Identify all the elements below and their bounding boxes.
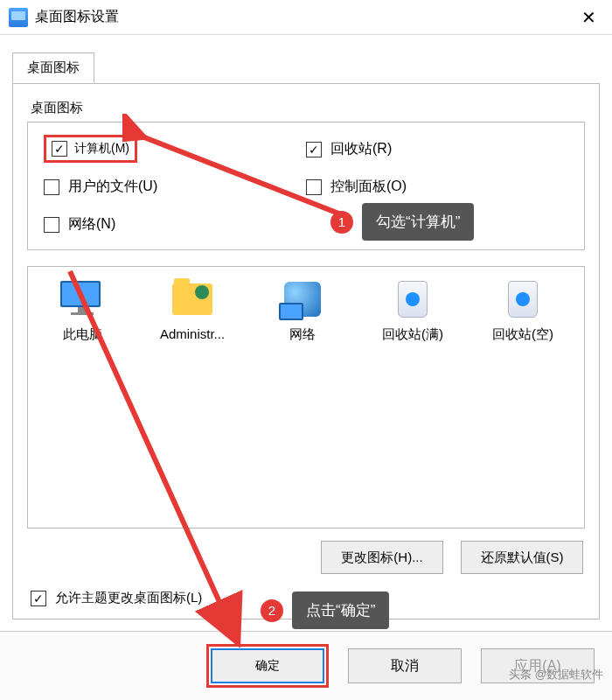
icon-item-bin-empty[interactable]: 回收站(空) — [477, 279, 568, 343]
checkbox-network-label: 网络(N) — [68, 215, 115, 234]
titlebar: 桌面图标设置 ✕ — [0, 0, 612, 35]
icon-item-network[interactable]: 网络 — [257, 279, 348, 343]
change-icon-button[interactable]: 更改图标(H)... — [321, 541, 443, 574]
user-folder-icon — [169, 279, 216, 319]
checkbox-userfiles[interactable] — [44, 179, 59, 195]
highlight-ok: 确定 — [206, 644, 329, 688]
callout-1-text: 勾选“计算机” — [362, 203, 474, 241]
icon-label: 网络 — [257, 326, 348, 343]
checkbox-network[interactable] — [44, 217, 59, 233]
tab-panel: 桌面图标 计算机(M) 回收站(R) 用户的文件(U) — [12, 83, 600, 620]
restore-defaults-button[interactable]: 还原默认值(S) — [461, 541, 583, 574]
close-icon: ✕ — [581, 7, 596, 28]
recycle-bin-empty-icon — [499, 279, 546, 319]
checkbox-controlpanel-label: 控制面板(O) — [330, 178, 407, 196]
checkbox-computer[interactable] — [52, 141, 67, 157]
desktop-icons-group: 计算机(M) 回收站(R) 用户的文件(U) 控制面板(O) 网络 — [27, 122, 585, 250]
callout-2-text: 点击“确定” — [292, 592, 389, 629]
checkbox-allow-theme[interactable] — [31, 591, 46, 606]
app-icon — [9, 8, 28, 27]
checkbox-recycle-label: 回收站(R) — [330, 140, 392, 158]
tab-strip: 桌面图标 — [12, 52, 600, 84]
highlight-computer: 计算机(M) — [44, 135, 137, 163]
callout-1-badge: 1 — [330, 211, 353, 234]
ok-button[interactable]: 确定 — [211, 648, 324, 683]
checkbox-allow-theme-label: 允许主题更改桌面图标(L) — [55, 590, 202, 606]
network-icon — [279, 279, 326, 319]
icon-label: Administr... — [147, 326, 238, 341]
tab-desktop-icons[interactable]: 桌面图标 — [12, 52, 94, 83]
window-title: 桌面图标设置 — [35, 8, 568, 26]
icon-item-pc[interactable]: 此电脑 — [37, 279, 128, 343]
callout-2: 2 点击“确定” — [261, 592, 389, 629]
watermark: 头条 @数据蛙软件 — [509, 667, 603, 682]
dialog-footer: 确定 取消 应用(A) — [0, 631, 612, 700]
icon-label: 回收站(空) — [477, 326, 568, 343]
checkbox-userfiles-label: 用户的文件(U) — [68, 178, 157, 196]
icon-label: 此电脑 — [37, 326, 128, 343]
callout-2-badge: 2 — [261, 599, 283, 622]
group-label: 桌面图标 — [31, 100, 585, 116]
checkbox-controlpanel[interactable] — [306, 179, 322, 195]
checkbox-computer-label: 计算机(M) — [74, 141, 129, 157]
cancel-button[interactable]: 取消 — [348, 648, 462, 683]
this-pc-icon — [59, 279, 106, 319]
callout-1: 1 勾选“计算机” — [330, 203, 474, 241]
icon-item-admin[interactable]: Administr... — [147, 279, 238, 341]
recycle-bin-full-icon — [389, 279, 436, 319]
close-button[interactable]: ✕ — [568, 0, 609, 35]
dialog-body: 桌面图标 桌面图标 计算机(M) 回收站(R) 用户的文件(U) — [0, 35, 612, 620]
icon-preview-list: 此电脑 Administr... 网络 回收站(满) — [27, 266, 585, 528]
icon-label: 回收站(满) — [367, 326, 458, 343]
icon-item-bin-full[interactable]: 回收站(满) — [367, 279, 458, 343]
checkbox-recycle[interactable] — [306, 142, 322, 158]
